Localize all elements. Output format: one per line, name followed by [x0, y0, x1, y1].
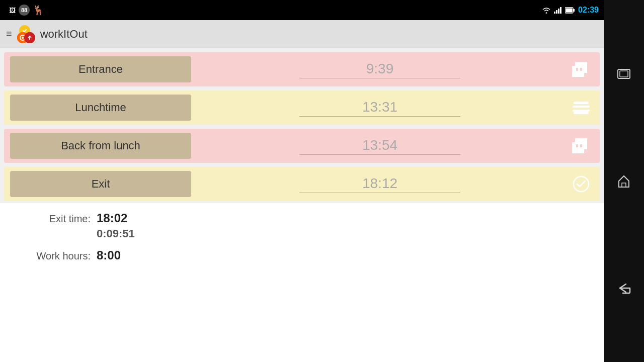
work-hours-row: Work hours: 8:00	[10, 248, 594, 262]
svg-rect-0	[554, 12, 555, 14]
exit-time-label: Exit time:	[10, 213, 91, 225]
status-bar: 🖼 88 🦌 02:39	[0, 0, 604, 20]
lunchtime-underline	[299, 116, 460, 117]
menu-button[interactable]: ≡	[6, 28, 12, 40]
status-bar-left: 🖼 88 🦌	[9, 5, 44, 16]
exit-button[interactable]: Exit	[10, 171, 191, 197]
battery-icon	[565, 7, 575, 14]
svg-rect-24	[580, 144, 582, 147]
signal-icon	[554, 7, 562, 14]
entrance-time-area: 9:39	[191, 61, 569, 78]
exit-underline	[299, 193, 460, 193]
svg-rect-6	[566, 8, 573, 12]
app-title: workItOut	[40, 28, 88, 41]
svg-rect-28	[622, 183, 626, 187]
svg-rect-2	[558, 9, 559, 14]
svg-point-25	[574, 176, 589, 192]
lunchtime-row: Lunchtime 13:31	[4, 90, 600, 125]
entrance-row: Entrance 9:39	[4, 52, 600, 86]
svg-point-10	[22, 37, 24, 39]
status-icons: 02:39	[542, 6, 599, 15]
back-from-lunch-underline	[299, 154, 460, 155]
exit-time-area: 18:12	[191, 175, 569, 193]
svg-rect-20	[574, 112, 589, 114]
home-button[interactable]	[611, 168, 636, 194]
svg-rect-27	[620, 71, 628, 77]
lunchtime-button[interactable]: Lunchtime	[10, 95, 191, 121]
back-from-lunch-button[interactable]: Back from lunch	[10, 133, 191, 159]
svg-rect-17	[574, 102, 589, 104]
svg-rect-18	[573, 106, 590, 108]
logo-circle-red	[24, 32, 35, 43]
svg-rect-3	[560, 7, 561, 14]
notification-image-icon: 🖼	[9, 7, 16, 14]
summary-section: Exit time: 18:02 0:09:51 Work hours: 8:0…	[0, 203, 604, 362]
exit-icon	[569, 175, 594, 193]
svg-rect-15	[576, 68, 578, 71]
back-from-lunch-time-area: 13:54	[191, 137, 569, 155]
svg-rect-23	[576, 144, 578, 147]
svg-rect-5	[573, 9, 575, 12]
recent-apps-button[interactable]	[611, 61, 636, 86]
app-logo	[17, 25, 35, 43]
back-from-lunch-time: 13:54	[362, 137, 397, 153]
notification-badge: 88	[19, 5, 30, 16]
entrance-icon	[569, 62, 594, 77]
lunchtime-time: 13:31	[362, 99, 397, 115]
back-from-lunch-icon	[569, 138, 594, 153]
work-hours-label: Work hours:	[10, 250, 91, 262]
wifi-icon	[542, 7, 551, 14]
svg-rect-1	[556, 10, 557, 14]
summary-duration: 0:09:51	[97, 227, 594, 240]
exit-time-value: 18:02	[97, 211, 127, 225]
svg-rect-16	[580, 68, 582, 71]
notification-animal-icon: 🦌	[33, 5, 44, 16]
svg-rect-19	[573, 110, 590, 112]
back-from-lunch-row: Back from lunch 13:54	[4, 129, 600, 163]
app-bar: ≡	[0, 20, 604, 48]
exit-time: 18:12	[362, 175, 397, 192]
status-time: 02:39	[578, 6, 599, 15]
entrance-underline	[299, 78, 460, 78]
lunchtime-time-area: 13:31	[191, 99, 569, 117]
exit-row: Exit 18:12	[4, 167, 600, 201]
entrance-time: 9:39	[366, 61, 394, 77]
svg-rect-22	[575, 138, 587, 149]
work-hours-value: 8:00	[97, 248, 121, 262]
content-area: Entrance 9:39 Lunchtime 13:31	[0, 48, 604, 362]
back-button[interactable]	[611, 276, 636, 301]
svg-rect-14	[575, 62, 587, 73]
exit-time-row: Exit time: 18:02	[10, 211, 594, 225]
lunchtime-icon	[569, 101, 594, 115]
nav-buttons	[604, 0, 644, 362]
entrance-button[interactable]: Entrance	[10, 56, 191, 82]
